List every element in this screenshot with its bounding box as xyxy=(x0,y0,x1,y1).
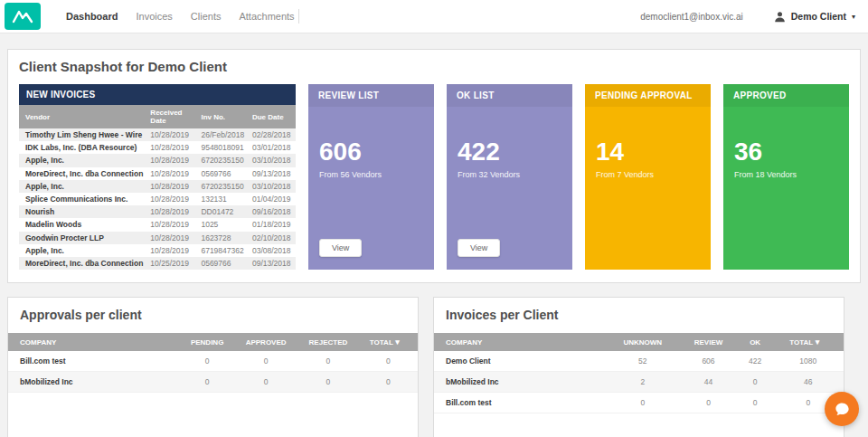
panel-pending-approval: PENDING APPROVAL14From 7 Vendors xyxy=(585,84,711,270)
table-cell: Splice Communications Inc. xyxy=(19,193,146,205)
table-row[interactable]: Bill.com test0000 xyxy=(8,351,418,372)
table-cell: 10/28/2019 xyxy=(146,193,197,205)
peaks-logo-icon xyxy=(12,9,33,24)
table-cell: 46 xyxy=(773,372,844,393)
view-button[interactable]: View xyxy=(319,239,362,257)
panel-title: OK LIST xyxy=(447,84,572,107)
column-header-due-date[interactable]: Due Date xyxy=(249,105,296,128)
sort-caret-icon: ▾ xyxy=(813,337,819,347)
account-email: democlient1@inbox.vic.ai xyxy=(640,12,743,22)
table-cell: 9548018091 xyxy=(197,141,249,154)
table-cell: 0 xyxy=(234,351,297,372)
table-cell: 1623728 xyxy=(197,232,249,244)
table-cell: 52 xyxy=(606,351,679,372)
table-cell: 0 xyxy=(606,393,679,413)
table-cell: Demo Client xyxy=(434,351,606,372)
table-cell: 1025 xyxy=(197,218,249,231)
table-cell: bMobilized Inc xyxy=(8,372,180,393)
table-row[interactable]: Madelin Woods10/28/2019102501/18/2019 xyxy=(19,218,296,231)
table-row[interactable]: Timothy Lim Sheng Hwee - Wire10/28/20192… xyxy=(19,128,296,141)
panel-body: 36From 18 Vendors xyxy=(723,107,849,179)
panel-count: 14 xyxy=(596,139,700,165)
table-cell: 44 xyxy=(679,372,738,393)
table-row[interactable]: Apple, Inc.10/28/2019672023515003/10/201… xyxy=(19,180,296,193)
table-cell: 422 xyxy=(738,351,773,372)
new-invoices-widget: NEW INVOICES VendorReceived DateInv No.D… xyxy=(19,84,296,270)
table-cell: 02/10/2018 xyxy=(249,232,296,244)
snapshot-row: NEW INVOICES VendorReceived DateInv No.D… xyxy=(19,84,849,270)
table-cell: 10/25/2019 xyxy=(146,257,197,270)
column-header-review[interactable]: REVIEW xyxy=(679,333,738,351)
table-cell: Goodwin Procter LLP xyxy=(19,232,146,244)
table-cell: 01/04/2019 xyxy=(249,193,296,205)
nav-item-clients[interactable]: Clients xyxy=(191,11,222,22)
table-cell: 6719847362 xyxy=(197,244,249,257)
nav-item-invoices[interactable]: Invoices xyxy=(136,11,172,22)
approvals-title: Approvals per client xyxy=(8,308,418,322)
table-cell: 10/28/2019 xyxy=(146,154,197,166)
table-cell: Apple, Inc. xyxy=(19,180,146,193)
table-cell: 02/28/2018 xyxy=(249,128,296,141)
table-row[interactable]: Apple, Inc.10/28/2019672023515003/10/201… xyxy=(19,154,296,166)
table-cell: 0 xyxy=(359,351,418,372)
person-icon xyxy=(774,11,786,23)
nav-item-dashboard[interactable]: Dashboard xyxy=(66,11,118,22)
table-row[interactable]: MoreDirect, Inc. dba Connection10/25/201… xyxy=(19,257,296,270)
table-row[interactable]: Bill.com test0000 xyxy=(434,393,844,413)
column-header-total[interactable]: TOTAL ▾ xyxy=(773,333,844,351)
table-cell: Apple, Inc. xyxy=(19,244,146,257)
panel-subtitle: From 56 Vendors xyxy=(319,170,423,179)
table-cell: 10/28/2019 xyxy=(146,218,197,231)
panel-approved: APPROVED36From 18 Vendors xyxy=(723,84,849,270)
table-cell: 0 xyxy=(180,351,234,372)
table-row[interactable]: Nourish10/28/2019DD0147209/16/2018 xyxy=(19,205,296,218)
column-header-unknown[interactable]: UNKNOWN xyxy=(606,333,679,351)
app-logo[interactable] xyxy=(5,3,41,30)
table-cell: 03/10/2018 xyxy=(249,154,296,166)
nav-item-attachments[interactable]: Attachments xyxy=(239,11,294,22)
panel-subtitle: From 7 Vendors xyxy=(596,170,700,179)
navbar-right: democlient1@inbox.vic.ai Demo Client ▾ xyxy=(640,11,868,23)
approvals-per-client-card: Approvals per client COMPANYPENDINGAPPRO… xyxy=(7,297,419,437)
table-cell: 01/18/2019 xyxy=(249,218,296,231)
table-cell: 03/01/2018 xyxy=(249,141,296,154)
table-row[interactable]: MoreDirect, Inc. dba Connection10/28/201… xyxy=(19,167,296,180)
column-header-company[interactable]: COMPANY xyxy=(8,333,180,351)
column-header-inv-no[interactable]: Inv No. xyxy=(197,105,249,128)
table-cell: 09/16/2018 xyxy=(249,205,296,218)
panel-title: APPROVED xyxy=(723,84,849,107)
user-menu[interactable]: Demo Client ▾ xyxy=(774,11,855,23)
table-cell: 03/08/2018 xyxy=(249,244,296,257)
column-header-total[interactable]: TOTAL ▾ xyxy=(359,333,418,351)
table-cell: 0 xyxy=(234,372,297,393)
table-row[interactable]: bMobilized Inc244046 xyxy=(434,372,844,393)
table-row[interactable]: Goodwin Procter LLP10/28/2019162372802/1… xyxy=(19,232,296,244)
column-header-rejected[interactable]: REJECTED xyxy=(297,333,358,351)
view-button[interactable]: View xyxy=(458,239,500,257)
column-header-received-date[interactable]: Received Date xyxy=(146,105,197,128)
column-header-vendor[interactable]: Vendor xyxy=(19,105,146,128)
table-cell: DD01472 xyxy=(197,205,249,218)
table-row[interactable]: Apple, Inc.10/28/2019671984736203/08/201… xyxy=(19,244,296,257)
table-cell: 10/28/2019 xyxy=(146,167,197,180)
chat-launcher-button[interactable] xyxy=(825,392,859,426)
table-row[interactable]: IDK Labs, Inc. (DBA Resource)10/28/20199… xyxy=(19,141,296,154)
table-cell: Nourish xyxy=(19,205,146,218)
top-navbar: DashboardInvoicesClientsAttachments demo… xyxy=(0,0,868,33)
table-row[interactable]: Demo Client526064221080 xyxy=(434,351,844,372)
column-header-pending[interactable]: PENDING xyxy=(180,333,234,351)
table-cell: 0 xyxy=(359,372,418,393)
column-header-company[interactable]: COMPANY xyxy=(434,333,606,351)
table-cell: 6720235150 xyxy=(197,154,249,166)
table-cell: 10/28/2019 xyxy=(146,244,197,257)
table-row[interactable]: bMobilized Inc0000 xyxy=(8,372,418,393)
table-row[interactable]: Splice Communications Inc.10/28/20191321… xyxy=(19,193,296,205)
table-cell: 09/13/2018 xyxy=(249,257,296,270)
client-snapshot-card: Client Snapshot for Demo Client NEW INVO… xyxy=(7,49,861,283)
invoices-per-client-title: Invoices per Client xyxy=(434,308,844,322)
new-invoices-table: VendorReceived DateInv No.Due DateTimoth… xyxy=(19,105,296,270)
column-header-ok[interactable]: OK xyxy=(738,333,773,351)
column-header-approved[interactable]: APPROVED xyxy=(234,333,297,351)
table-cell: 1080 xyxy=(773,351,844,372)
panel-title: PENDING APPROVAL xyxy=(585,84,711,107)
